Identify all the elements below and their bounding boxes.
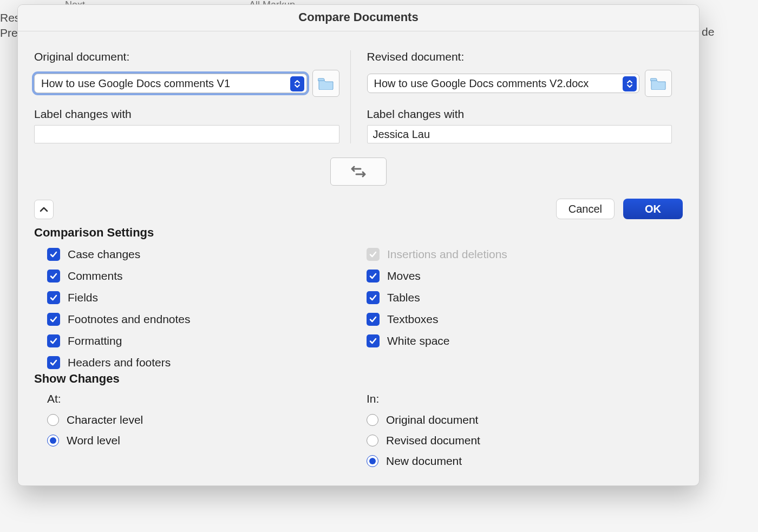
swap-documents-button[interactable]	[330, 157, 387, 186]
original-document-column: Original document: How to use Google Doc…	[34, 50, 350, 143]
checkbox-label: Moves	[387, 270, 421, 283]
revised-label-changes-input[interactable]: Jessica Lau	[367, 125, 672, 143]
checkbox-icon	[47, 334, 60, 347]
radio-row-word-level[interactable]: Word level	[47, 432, 367, 449]
radio-row-original-document[interactable]: Original document	[367, 412, 686, 428]
radio-label: Word level	[67, 434, 120, 447]
comparison-settings-header: Comparison Settings	[34, 226, 154, 240]
revised-label-changes-value: Jessica Lau	[373, 128, 430, 141]
checkbox-label: Insertions and deletions	[387, 248, 507, 261]
dialog-title: Compare Documents	[18, 5, 699, 31]
checkbox-icon	[47, 291, 60, 304]
radio-icon	[47, 435, 59, 446]
checkbox-icon	[47, 313, 60, 326]
radio-row-new-document[interactable]: New document	[367, 453, 686, 469]
chevron-updown-icon	[623, 76, 637, 91]
chevron-updown-icon	[290, 76, 304, 91]
chevron-up-icon	[40, 206, 48, 213]
checkbox-label: Case changes	[68, 248, 140, 261]
show-changes-header: Show Changes	[34, 372, 120, 386]
checkbox-row-textboxes[interactable]: Textboxes	[367, 311, 686, 327]
radio-label: New document	[386, 455, 462, 468]
comparison-settings-grid: Case changes Comments Fields Footnotes a…	[47, 246, 686, 371]
show-changes-in-label: In:	[367, 392, 686, 405]
collapse-settings-button[interactable]	[34, 200, 54, 219]
bg-frag-2: Pre	[0, 25, 18, 41]
checkbox-row-footnotes[interactable]: Footnotes and endnotes	[47, 311, 367, 327]
checkbox-row-white-space[interactable]: White space	[367, 333, 686, 349]
checkbox-row-headers-footers[interactable]: Headers and footers	[47, 354, 367, 371]
ok-button[interactable]: OK	[623, 199, 683, 219]
checkbox-row-case-changes[interactable]: Case changes	[47, 246, 367, 262]
show-changes-grid: At: Character level Word level In: Origi…	[47, 392, 686, 469]
original-document-label: Original document:	[34, 50, 339, 63]
checkbox-label: Tables	[387, 291, 420, 304]
radio-icon	[47, 414, 59, 426]
radio-label: Character level	[67, 413, 143, 426]
checkbox-icon	[47, 356, 60, 369]
checkbox-label: Footnotes and endnotes	[68, 313, 191, 326]
checkbox-icon	[367, 291, 380, 304]
radio-row-revised-document[interactable]: Revised document	[367, 432, 686, 449]
radio-icon	[367, 435, 378, 446]
checkbox-label: Formatting	[68, 334, 122, 347]
checkbox-row-insertions-deletions: Insertions and deletions	[367, 246, 686, 262]
cancel-button[interactable]: Cancel	[556, 199, 615, 219]
checkbox-label: Fields	[68, 291, 98, 304]
original-document-select-value: How to use Google Docs comments V1	[41, 77, 230, 90]
revised-document-label: Revised document:	[367, 50, 672, 63]
browse-revised-button[interactable]	[645, 70, 672, 97]
checkbox-icon	[47, 270, 60, 283]
checkbox-row-tables[interactable]: Tables	[367, 290, 686, 306]
checkbox-icon	[367, 313, 380, 326]
checkbox-icon	[367, 248, 380, 261]
folder-icon	[318, 77, 334, 90]
checkbox-label: Comments	[68, 270, 123, 283]
bg-frag-3: de	[702, 24, 714, 40]
checkbox-icon	[47, 248, 60, 261]
revised-document-select-value: How to use Google Docs comments V2.docx	[374, 77, 589, 90]
browse-original-button[interactable]	[312, 70, 339, 97]
show-changes-at-label: At:	[47, 392, 367, 405]
folder-icon	[650, 77, 666, 90]
radio-row-character-level[interactable]: Character level	[47, 412, 367, 428]
checkbox-label: Textboxes	[387, 313, 439, 326]
checkbox-row-moves[interactable]: Moves	[367, 268, 686, 284]
swap-arrows-icon	[349, 165, 368, 179]
radio-label: Original document	[386, 413, 478, 426]
checkbox-label: Headers and footers	[68, 356, 171, 369]
radio-icon	[367, 455, 378, 467]
checkbox-icon	[367, 270, 380, 283]
checkbox-row-fields[interactable]: Fields	[47, 290, 367, 306]
checkbox-row-comments[interactable]: Comments	[47, 268, 367, 284]
original-label-changes-label: Label changes with	[34, 108, 339, 121]
original-document-select[interactable]: How to use Google Docs comments V1	[34, 74, 307, 93]
radio-label: Revised document	[386, 434, 480, 447]
compare-documents-dialog: Compare Documents Original document: How…	[17, 4, 700, 486]
revised-label-changes-label: Label changes with	[367, 108, 672, 121]
radio-icon	[367, 414, 378, 426]
checkbox-label: White space	[387, 334, 450, 347]
revised-document-column: Revised document: How to use Google Docs…	[350, 50, 683, 143]
revised-document-select[interactable]: How to use Google Docs comments V2.docx	[367, 74, 640, 93]
document-selection-row: Original document: How to use Google Doc…	[18, 37, 699, 143]
checkbox-row-formatting[interactable]: Formatting	[47, 333, 367, 349]
checkbox-icon	[367, 334, 380, 347]
original-label-changes-input[interactable]	[34, 125, 339, 143]
